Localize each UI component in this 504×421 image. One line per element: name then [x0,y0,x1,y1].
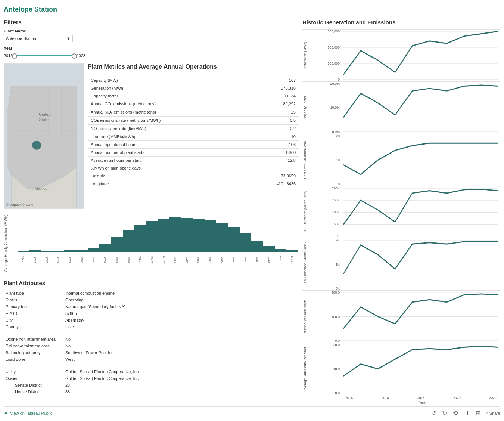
metrics-value: 11.6% [247,92,299,100]
bar-xlabel: 2 PM [181,253,193,267]
bar-xlabel: 7 AM [99,253,111,267]
bar-xlabel: 3 AM [53,253,64,267]
sparkline-ylabel: Heat Rate (MMBtu/MWh) [302,134,325,186]
attribute-row: EIA ID57865 [4,310,299,317]
metrics-value: 0.2 [247,124,299,133]
bar-xlabel: 10 PM [275,253,286,267]
xaxis-label-item: 2020 [453,396,461,400]
map[interactable]: United States Mexico © Mapbox © OSM [4,63,84,209]
attributes-table-1: Plant typeInternal combustion engineStat… [4,290,299,330]
bar [18,251,29,252]
xaxis-label-item: 2018 [417,396,424,400]
plant-name-label: Plant Name [4,29,299,33]
sparkline-chart [342,186,500,238]
attribute-value: No [63,343,299,349]
metrics-row: Annual operational hours2,106 [88,140,299,148]
sparkline-chart [342,30,500,81]
bar [286,250,298,252]
bar [146,221,158,252]
historic-title: Historic Generation and Emissions [302,19,500,25]
bar-xlabel: 9 AM [123,253,134,267]
barchart-ylabel: Average Hourly Generation (MWh) [4,214,17,272]
sparkline-yticks: 20.010.00.0 [325,343,342,395]
metrics-row: Annual CO₂ emissions (metric tons)89,292 [88,100,299,108]
bar [263,246,274,252]
sparkline-chart [342,238,500,290]
xaxis-row: 20142016201820202022 [302,396,500,400]
sparkline-row: Number of Plant Starts200.0100.00.0 [302,290,500,343]
xaxis-label-item: 2022 [489,396,497,400]
attribute-label: City [4,317,63,324]
metrics-value: 12.8 [247,156,299,164]
view-tableau-button[interactable]: ✦ View on Tableau Public [4,410,52,416]
metrics-row: Capacity (MW)167 [88,77,299,84]
bar-xlabel: 11 AM [146,253,158,267]
metrics-label: Longitude [88,180,247,188]
attributes-title: Plant Attributes [4,280,299,286]
attribute-value: 88 [63,389,299,395]
bar-xlabel: 12 PM [158,253,169,267]
metrics-label: CO₂ emissions rate (metric tons/MWh) [88,116,247,124]
metrics-row: Heat rate (MMBtu/MWh)10 [88,133,299,140]
sparkline-ylabel: Generation (MWh) [302,30,325,81]
metrics-label: Annual number of plant starts [88,148,247,156]
year-slider-right-handle[interactable] [72,53,77,59]
xaxis-label: Year [302,400,500,405]
bar [41,251,53,252]
sparkline-ylabel: Average Run Hours Per Start [302,343,325,395]
sparkline-ylabel: NOx Emissions (Metric Tons) [302,238,325,290]
bar [111,237,122,252]
svg-text:Mexico: Mexico [35,186,47,191]
svg-point-10 [32,141,41,150]
page-title: Antelope Station [4,4,500,15]
bar-xlabel: 11 PM [286,253,298,267]
metrics-label: NOₓ emissions rate (lbs/MWh) [88,124,247,133]
redo-button[interactable]: ↻ [441,409,448,417]
bar [158,219,169,252]
metrics-label: Capacity (MW) [88,77,247,84]
bar-chart [17,214,299,252]
year-slider-track[interactable] [15,55,74,56]
bar [64,250,76,252]
attribute-label: Load Zone [4,356,63,363]
bar-xlabel: 4 AM [64,253,76,267]
metrics-label: Annual CO₂ emissions (metric tons) [88,100,247,108]
metrics-value: 2,106 [247,140,299,148]
attribute-value: No [63,336,299,343]
attribute-label: Plant type [4,290,63,297]
attribute-label: House District [4,389,63,395]
undo-button[interactable]: ↺ [430,409,438,417]
sparkline-row: Average Run Hours Per Start20.010.00.0 [302,343,500,395]
attribute-row: Load ZoneWest [4,356,299,363]
sparkline-row: Capacity Factor20.0%10.0%0.0% [302,81,500,134]
bar-xlabel: 10 AM [134,253,146,267]
sparkline-yticks: 20.0%10.0%0.0% [325,82,342,134]
sparkline-chart [342,82,500,134]
attribute-row: Primary fuelNatural gas (Secondary fuel:… [4,303,299,310]
plant-name-select[interactable]: Antelope Station ▼ [4,35,73,42]
xaxis-label-item: 2014 [345,396,353,400]
metrics-value: 167 [247,77,299,84]
pause-button[interactable]: ⏸ [462,409,471,417]
metrics-value: 25 [247,108,299,116]
svg-text:United: United [39,112,50,117]
bar-xlabel: 2 AM [41,253,53,267]
bar [99,244,111,252]
year-label: Year [4,46,299,50]
bar [76,250,87,252]
xaxis-label-item: 2016 [381,396,389,400]
bar [275,249,286,252]
year-slider-left-handle[interactable] [12,53,17,59]
metrics-row: Generation (MWh)170,316 [88,84,299,92]
attributes-table-2: Ozone non-attainment areaNoPM non-attain… [4,336,299,363]
sparkline-yticks: 2K1K0K [325,238,342,290]
share-button[interactable]: ↗ Share [485,411,500,415]
metrics-label: Capacity factor [88,92,247,100]
attribute-row: CityAbernathy [4,317,299,324]
bar-xlabel: 5 AM [76,253,87,267]
reset-button[interactable]: ⟲ [451,409,459,417]
layout-button[interactable]: ⊞ [474,409,482,417]
bar [181,218,193,252]
attribute-label: Senate District [4,382,63,389]
metrics-value: 33.8659 [247,172,299,180]
